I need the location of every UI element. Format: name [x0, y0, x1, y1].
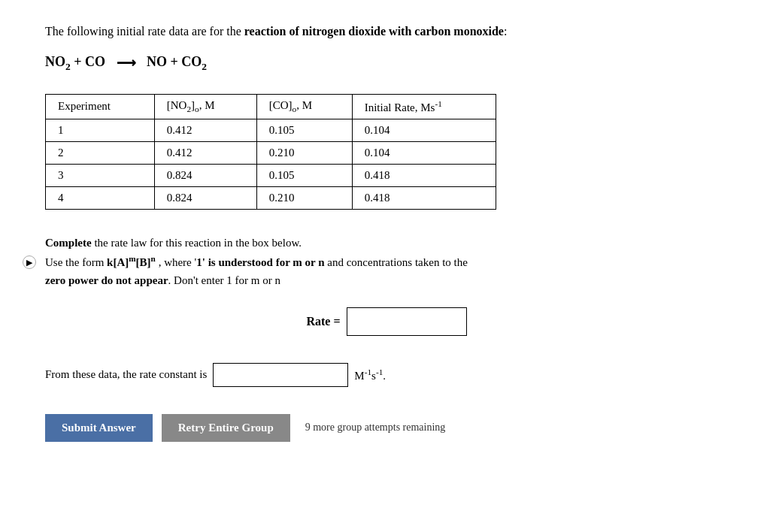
rate-constant-input[interactable] — [213, 363, 348, 387]
intro-paragraph: The following initial rate data are for … — [45, 23, 728, 41]
bottom-buttons: Submit Answer Retry Entire Group 9 more … — [45, 414, 728, 442]
table-row: 2 0.412 0.210 0.104 — [46, 141, 496, 164]
instruction-line-3: zero power do not appear. Don't enter 1 … — [45, 271, 728, 289]
cell-exp-2: 2 — [46, 141, 155, 164]
col-experiment: Experiment — [46, 94, 155, 119]
attempts-remaining: 9 more group attempts remaining — [305, 422, 446, 434]
submit-answer-button[interactable]: Submit Answer — [45, 414, 153, 442]
cell-no2-4: 0.824 — [154, 186, 256, 209]
rate-constant-label: From these data, the rate constant is — [45, 368, 207, 381]
one-bold: 1' is understood for m or n — [196, 256, 324, 268]
instruction-line-2: Use the form k[A]m[B]n , where '1' is un… — [45, 252, 728, 271]
rate-label: Rate = — [306, 315, 340, 328]
col-no2: [NO2]o, M — [154, 94, 256, 119]
cell-no2-3: 0.824 — [154, 164, 256, 186]
rate-constant-section: From these data, the rate constant is M-… — [45, 363, 728, 387]
reaction-equation: NO2 + CO ⟶ NO + CO2 — [45, 54, 728, 73]
col-co: [CO]o, M — [256, 94, 352, 119]
sidebar-indicator[interactable]: ▶ — [23, 255, 36, 269]
rate-constant-units: M-1s-1. — [354, 367, 386, 382]
cell-co-3: 0.105 — [256, 164, 352, 186]
table-row: 1 0.412 0.105 0.104 — [46, 119, 496, 141]
col-initial-rate: Initial Rate, Ms-1 — [352, 94, 496, 119]
cell-co-4: 0.210 — [256, 186, 352, 209]
table-header-row: Experiment [NO2]o, M [CO]o, M Initial Ra… — [46, 94, 496, 119]
products: NO + CO2 — [147, 54, 207, 73]
cell-rate-3: 0.418 — [352, 164, 496, 186]
cell-exp-1: 1 — [46, 119, 155, 141]
bold-reaction-description: reaction of nitrogen dioxide with carbon… — [244, 25, 504, 38]
cell-no2-1: 0.412 — [154, 119, 256, 141]
reactants: NO2 + CO — [45, 54, 105, 73]
rate-data-table: Experiment [NO2]o, M [CO]o, M Initial Ra… — [45, 94, 496, 210]
table-row: 4 0.824 0.210 0.418 — [46, 186, 496, 209]
cell-exp-3: 3 — [46, 164, 155, 186]
retry-group-button[interactable]: Retry Entire Group — [162, 414, 290, 442]
rate-law-input[interactable] — [347, 307, 467, 336]
cell-rate-4: 0.418 — [352, 186, 496, 209]
cell-co-2: 0.210 — [256, 141, 352, 164]
table-row: 3 0.824 0.105 0.418 — [46, 164, 496, 186]
zero-power-bold: zero power do not appear — [45, 274, 168, 286]
cell-rate-2: 0.104 — [352, 141, 496, 164]
reaction-arrow: ⟶ — [113, 55, 139, 71]
cell-exp-4: 4 — [46, 186, 155, 209]
instruction-line-1: Complete the rate law for this reaction … — [45, 234, 728, 252]
cell-co-1: 0.105 — [256, 119, 352, 141]
rate-law-form: k[A]m[B]n — [107, 256, 156, 268]
complete-bold: Complete — [45, 237, 92, 249]
cell-rate-1: 0.104 — [352, 119, 496, 141]
instructions-block: Complete the rate law for this reaction … — [45, 234, 728, 289]
rate-law-section: Rate = — [45, 307, 728, 336]
cell-no2-2: 0.412 — [154, 141, 256, 164]
